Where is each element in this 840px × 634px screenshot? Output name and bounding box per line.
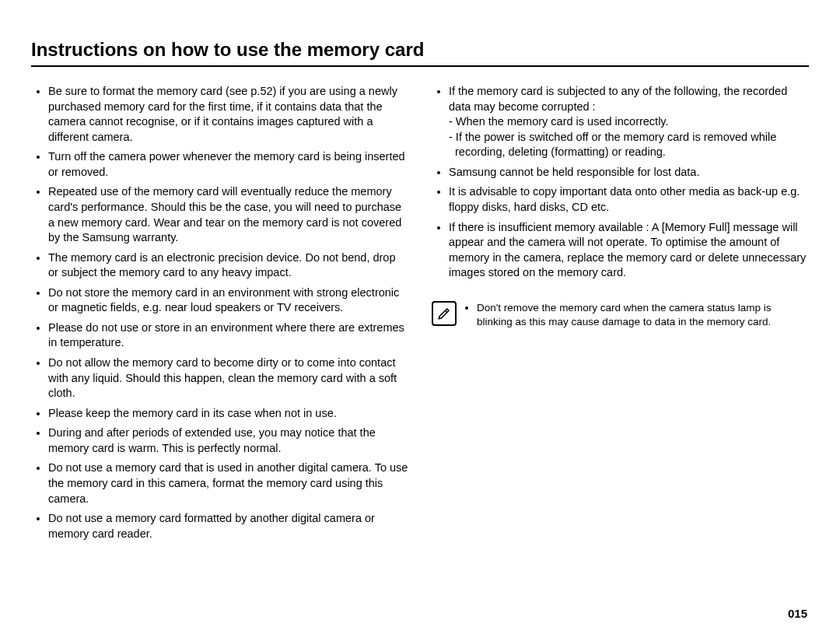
list-item: Please do not use or store in an environ… bbox=[48, 321, 408, 351]
content-columns: Be sure to format the memory card (see p… bbox=[31, 84, 809, 546]
list-item: Do not use a memory card formatted by an… bbox=[48, 511, 408, 541]
sub-list: - When the memory card is used incorrect… bbox=[449, 114, 809, 160]
list-item: Please keep the memory card in its case … bbox=[48, 406, 408, 422]
list-item: Turn off the camera power whenever the m… bbox=[48, 149, 408, 180]
right-bullet-list: If the memory card is subjected to any o… bbox=[432, 84, 809, 281]
list-item: Do not allow the memory card to become d… bbox=[48, 356, 408, 401]
list-item: If the memory card is subjected to any o… bbox=[449, 84, 809, 160]
note-text: Don't remove the memory card when the ca… bbox=[477, 301, 809, 329]
list-item: It is advisable to copy important data o… bbox=[449, 184, 809, 215]
list-item: Be sure to format the memory card (see p… bbox=[48, 84, 408, 145]
sub-list-item: - When the memory card is used incorrect… bbox=[449, 114, 809, 130]
list-item: Repeated use of the memory card will eve… bbox=[48, 184, 408, 245]
list-item: If there is insufficient memory availabl… bbox=[449, 220, 809, 281]
left-column: Be sure to format the memory card (see p… bbox=[31, 84, 408, 546]
list-item: Do not use a memory card that is used in… bbox=[48, 461, 408, 506]
note-text-container: Don't remove the memory card when the ca… bbox=[464, 301, 809, 329]
right-column: If the memory card is subjected to any o… bbox=[432, 84, 809, 546]
left-bullet-list: Be sure to format the memory card (see p… bbox=[31, 84, 408, 541]
page-title: Instructions on how to use the memory ca… bbox=[31, 39, 809, 67]
list-item: During and after periods of extended use… bbox=[48, 426, 408, 456]
sub-list-item: - If the power is switched off or the me… bbox=[449, 130, 809, 160]
list-item: Samsung cannot be held responsible for l… bbox=[449, 165, 809, 180]
list-item: Do not store the memory card in an envir… bbox=[48, 285, 408, 316]
list-item-text: If the memory card is subjected to any o… bbox=[449, 85, 787, 113]
list-item: The memory card is an electronic precisi… bbox=[48, 250, 408, 281]
manual-page: Instructions on how to use the memory ca… bbox=[0, 0, 840, 634]
note-icon bbox=[432, 301, 457, 326]
note-box: Don't remove the memory card when the ca… bbox=[432, 301, 809, 329]
page-number: 015 bbox=[788, 607, 807, 620]
